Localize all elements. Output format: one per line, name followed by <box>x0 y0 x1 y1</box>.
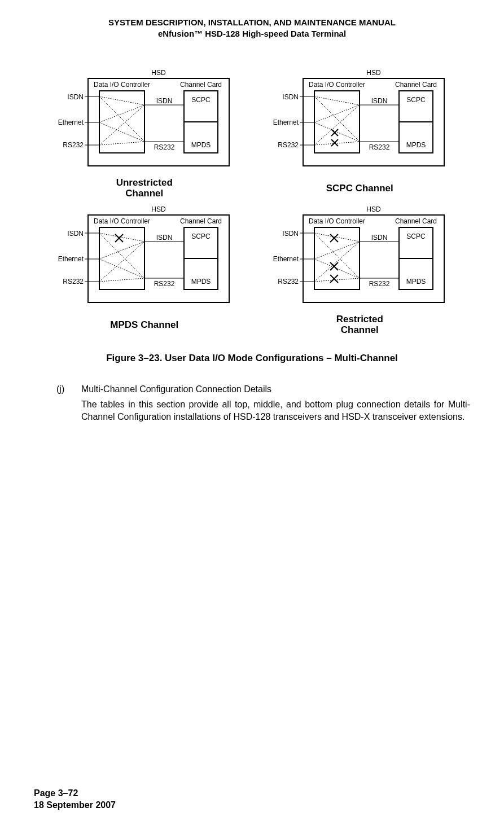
svg-line-35 <box>314 105 360 145</box>
svg-text:ISDN: ISDN <box>156 234 172 242</box>
label-scpc: SCPC <box>191 96 211 104</box>
svg-text:RS232: RS232 <box>154 280 174 288</box>
svg-text:Ethernet: Ethernet <box>58 255 84 263</box>
svg-text:Data I/O Controller: Data I/O Controller <box>94 217 150 225</box>
svg-line-11 <box>99 142 144 145</box>
label-isdn-mid: ISDN <box>156 97 172 105</box>
header-line-1: SYSTEM DESCRIPTION, INSTALLATION, AND MA… <box>34 17 470 28</box>
diagram-unrestricted: HSD Data I/O Controller Channel Card SCP… <box>45 68 244 199</box>
svg-text:HSD: HSD <box>367 205 382 213</box>
svg-text:HSD: HSD <box>151 205 166 213</box>
label-rs232-left: RS232 <box>63 141 84 149</box>
label-isdn-left: ISDN <box>67 93 84 101</box>
svg-text:ISDN: ISDN <box>371 234 388 242</box>
diagram-svg-unrestricted: HSD Data I/O Controller Channel Card SCP… <box>49 68 240 173</box>
svg-text:ISDN: ISDN <box>371 97 388 105</box>
svg-line-87 <box>314 242 360 259</box>
diagram-scpc: HSD Data I/O Controller Channel Card SCP… <box>261 68 459 199</box>
svg-text:RS232: RS232 <box>369 280 390 288</box>
svg-text:Ethernet: Ethernet <box>273 255 299 263</box>
svg-line-8 <box>99 105 144 122</box>
label-dataio: Data I/O Controller <box>94 81 150 89</box>
svg-line-31 <box>314 105 360 122</box>
page-footer: Page 3–72 18 September 2007 <box>34 787 116 811</box>
footer-page: Page 3–72 <box>34 787 116 800</box>
section-paragraph: The tables in this section provide all t… <box>81 398 470 423</box>
label-ethernet-left: Ethernet <box>58 118 84 126</box>
svg-line-12 <box>99 105 144 145</box>
svg-line-64 <box>99 242 144 282</box>
svg-text:Data I/O Controller: Data I/O Controller <box>309 217 365 225</box>
svg-text:Data I/O Controller: Data I/O Controller <box>309 81 365 89</box>
header-line-2: eNfusion™ HSD-128 High-speed Data Termin… <box>34 28 470 39</box>
svg-text:Channel Card: Channel Card <box>180 217 222 225</box>
svg-text:Channel Card: Channel Card <box>395 217 437 225</box>
diagram-svg-mpds: HSD Data I/O Controller Channel Card SCP… <box>49 205 240 309</box>
caption-mpds: MPDS Channel <box>45 319 244 331</box>
svg-line-63 <box>99 278 144 282</box>
body-text: (j) Multi-Channel Configuration Connecti… <box>56 383 470 423</box>
svg-text:RS232: RS232 <box>63 278 84 286</box>
svg-text:HSD: HSD <box>367 69 382 77</box>
label-hsd: HSD <box>151 69 166 77</box>
svg-line-61 <box>99 233 144 278</box>
label-rs232-mid: RS232 <box>154 143 174 151</box>
svg-text:ISDN: ISDN <box>283 93 299 101</box>
svg-text:RS232: RS232 <box>278 141 299 149</box>
svg-line-30 <box>314 96 360 105</box>
svg-text:MPDS: MPDS <box>191 278 211 286</box>
diagram-grid: HSD Data I/O Controller Channel Card SCP… <box>45 68 459 336</box>
diagram-mpds: HSD Data I/O Controller Channel Card SCP… <box>45 205 244 336</box>
svg-line-7 <box>99 96 144 105</box>
list-marker: (j) <box>56 383 69 423</box>
svg-text:Channel Card: Channel Card <box>395 81 437 89</box>
svg-text:MPDS: MPDS <box>406 278 426 286</box>
svg-text:RS232: RS232 <box>278 278 299 286</box>
label-channelcard: Channel Card <box>180 81 222 89</box>
caption-restricted: Restricted Channel <box>261 314 459 336</box>
footer-date: 18 September 2007 <box>34 799 116 811</box>
svg-text:SCPC: SCPC <box>407 232 426 240</box>
section-title: Multi-Channel Configuration Connection D… <box>81 383 470 396</box>
svg-text:Ethernet: Ethernet <box>273 118 299 126</box>
svg-line-60 <box>99 242 144 259</box>
svg-text:ISDN: ISDN <box>283 230 299 238</box>
diagram-restricted: HSD Data I/O Controller Channel Card SCP… <box>261 205 459 336</box>
svg-text:MPDS: MPDS <box>406 141 426 149</box>
svg-text:SCPC: SCPC <box>191 232 211 240</box>
diagram-svg-scpc: HSD Data I/O Controller Channel Card SCP… <box>264 68 455 173</box>
svg-text:ISDN: ISDN <box>67 230 84 238</box>
figure-caption: Figure 3–23. User Data I/O Mode Configur… <box>34 353 470 364</box>
label-mpds: MPDS <box>191 141 211 149</box>
svg-text:RS232: RS232 <box>369 143 390 151</box>
diagram-svg-restricted: HSD Data I/O Controller Channel Card SCP… <box>264 205 455 309</box>
svg-text:SCPC: SCPC <box>407 96 426 104</box>
page-header: SYSTEM DESCRIPTION, INSTALLATION, AND MA… <box>34 17 470 40</box>
caption-unrestricted: Unrestricted Channel <box>45 177 244 199</box>
svg-line-88 <box>314 233 360 278</box>
caption-scpc: SCPC Channel <box>261 183 459 194</box>
svg-line-9 <box>99 96 144 142</box>
